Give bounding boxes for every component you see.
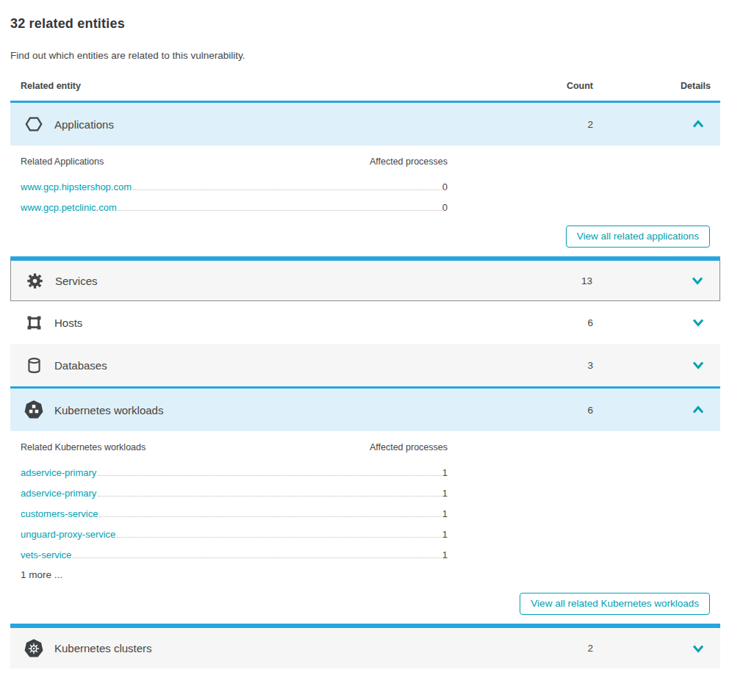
entity-group-applications: Applications 2 Related Applications Affe… bbox=[10, 101, 720, 259]
chevron-down-icon bbox=[690, 641, 706, 657]
list-item: adservice-primary 1 bbox=[21, 478, 448, 499]
row-applications[interactable]: Applications 2 bbox=[10, 103, 720, 145]
workload-link[interactable]: customers-service bbox=[21, 508, 98, 519]
more-items-link[interactable]: 1 more ... bbox=[21, 569, 62, 580]
hosts-icon bbox=[24, 313, 43, 332]
chevron-down-icon bbox=[689, 273, 706, 289]
page-subtitle: Find out which entities are related to t… bbox=[10, 50, 720, 61]
page-title: 32 related entities bbox=[10, 16, 720, 32]
application-link[interactable]: www.gcp.hipstershop.com bbox=[21, 181, 132, 192]
affected-processes-value: 1 bbox=[442, 508, 448, 519]
chevron-down-icon bbox=[690, 357, 706, 373]
dotted-leader bbox=[133, 190, 442, 190]
panel-list-header: Related Applications bbox=[21, 156, 104, 167]
row-kubernetes-workloads[interactable]: Kubernetes workloads 6 bbox=[10, 389, 720, 431]
row-databases[interactable]: Databases 3 bbox=[10, 344, 720, 386]
row-label: Hosts bbox=[54, 317, 82, 329]
expand-toggle[interactable] bbox=[593, 357, 720, 373]
row-count: 6 bbox=[587, 405, 593, 416]
applications-panel: Related Applications Affected processes … bbox=[10, 145, 720, 256]
expand-toggle[interactable] bbox=[593, 314, 720, 331]
panel-header-row: Related Applications Affected processes bbox=[21, 156, 448, 167]
chevron-down-icon bbox=[690, 314, 706, 331]
affected-processes-value: 1 bbox=[442, 549, 448, 560]
list-item: adservice-primary 1 bbox=[21, 458, 448, 478]
list-item: www.gcp.hipstershop.com 0 bbox=[21, 172, 448, 192]
affected-processes-value: 0 bbox=[442, 181, 448, 192]
column-header-details: Details bbox=[593, 81, 720, 91]
chevron-up-icon bbox=[690, 402, 706, 418]
application-link[interactable]: www.gcp.petclinic.com bbox=[21, 202, 117, 213]
workload-link[interactable]: unguard-proxy-service bbox=[21, 529, 115, 540]
list-item: unguard-proxy-service 1 bbox=[21, 519, 448, 540]
row-count: 13 bbox=[581, 275, 592, 286]
list-item: customers-service 1 bbox=[21, 499, 448, 519]
chevron-up-icon bbox=[690, 116, 706, 132]
column-header-related-entity: Related entity bbox=[10, 81, 567, 91]
collapse-toggle[interactable] bbox=[593, 116, 720, 132]
row-kubernetes-clusters[interactable]: Kubernetes clusters 2 bbox=[10, 626, 720, 668]
applications-icon bbox=[24, 115, 43, 134]
row-label: Services bbox=[55, 275, 98, 287]
collapse-toggle[interactable] bbox=[593, 402, 720, 418]
row-label: Databases bbox=[54, 359, 107, 372]
row-count: 6 bbox=[587, 317, 593, 328]
affected-processes-value: 1 bbox=[442, 529, 448, 540]
panel-header-row: Related Kubernetes workloads Affected pr… bbox=[21, 442, 448, 452]
dotted-leader bbox=[99, 516, 441, 517]
affected-processes-value: 0 bbox=[442, 202, 448, 213]
related-entities-section: 32 related entities Find out which entit… bbox=[0, 0, 732, 668]
workload-link[interactable]: adservice-primary bbox=[21, 488, 96, 499]
list-item: www.gcp.petclinic.com 0 bbox=[21, 192, 448, 213]
kubernetes-clusters-icon bbox=[24, 639, 43, 658]
expand-toggle[interactable] bbox=[593, 641, 720, 657]
affected-processes-value: 1 bbox=[442, 488, 448, 499]
view-all-related-kubernetes-workloads-button[interactable]: View all related Kubernetes workloads bbox=[520, 593, 710, 615]
panel-value-header: Affected processes bbox=[370, 442, 448, 452]
dotted-leader bbox=[118, 210, 442, 211]
dotted-leader bbox=[117, 537, 441, 538]
workload-link[interactable]: vets-service bbox=[21, 549, 71, 560]
panel-list-header: Related Kubernetes workloads bbox=[21, 442, 146, 452]
affected-processes-value: 1 bbox=[442, 467, 448, 478]
databases-icon bbox=[24, 356, 43, 375]
expand-toggle[interactable] bbox=[592, 273, 720, 289]
row-count: 3 bbox=[587, 360, 593, 371]
row-label: Kubernetes clusters bbox=[54, 642, 152, 654]
table-header: Related entity Count Details bbox=[10, 81, 720, 101]
view-all-related-applications-button[interactable]: View all related applications bbox=[566, 225, 710, 248]
list-item: vets-service 1 bbox=[21, 540, 448, 560]
entity-group-kubernetes-workloads: Kubernetes workloads 6 Related Kubernete… bbox=[10, 386, 720, 626]
workload-link[interactable]: adservice-primary bbox=[21, 467, 96, 478]
row-services[interactable]: Services 13 bbox=[10, 259, 720, 301]
dotted-leader bbox=[98, 496, 441, 497]
dotted-leader bbox=[98, 475, 441, 476]
dotted-leader bbox=[73, 558, 441, 558]
row-label: Kubernetes workloads bbox=[54, 404, 163, 416]
column-header-count: Count bbox=[567, 81, 593, 91]
row-label: Applications bbox=[54, 118, 114, 131]
kubernetes-workloads-panel: Related Kubernetes workloads Affected pr… bbox=[10, 431, 720, 624]
services-icon bbox=[25, 271, 44, 290]
kubernetes-workloads-icon bbox=[24, 400, 43, 419]
row-count: 2 bbox=[587, 643, 593, 654]
row-count: 2 bbox=[587, 119, 593, 130]
row-hosts[interactable]: Hosts 6 bbox=[10, 301, 720, 344]
panel-value-header: Affected processes bbox=[370, 156, 448, 167]
